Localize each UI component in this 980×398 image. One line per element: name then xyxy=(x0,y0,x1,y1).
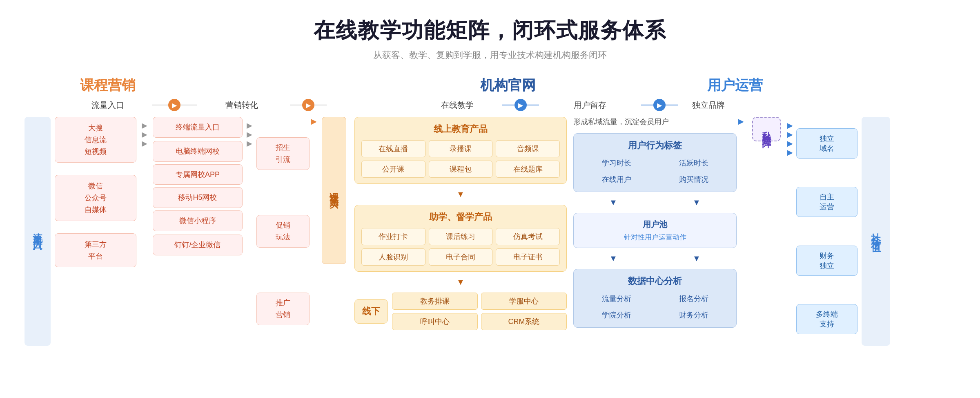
course-buy-box: 课程购买 xyxy=(322,117,346,264)
traffic-group-3: 第三方平台 xyxy=(55,233,136,268)
marketing-group-mid: 电脑终端网校 专属网校APP 移动H5网校 微信小程序 xyxy=(153,141,243,231)
arrow-t3: ▶ xyxy=(140,139,149,148)
assist-cell-4: 电子合同 xyxy=(429,248,493,266)
header: 在线教学功能矩阵，闭环式服务体系 从获客、教学、复购到学服，用专业技术构建机构服… xyxy=(24,16,956,61)
social-value-box: 社会价值 xyxy=(862,117,890,346)
brand-box-0: 独立域名 xyxy=(796,128,858,159)
tag-1: 活跃时长 xyxy=(657,157,731,170)
flow-arrow-2: ▶ xyxy=(302,99,314,111)
brand-box-3: 多终端支持 xyxy=(796,304,858,334)
product-cell-3: 公开课 xyxy=(361,161,425,178)
data-1: 报名分析 xyxy=(657,292,731,305)
data-center-title: 数据中心分析 xyxy=(579,275,731,287)
down-arrows-row2: ▼ ▼ xyxy=(573,253,737,264)
product-cell-1: 录播课 xyxy=(429,140,493,157)
assist-cell-3: 人脸识别 xyxy=(361,248,425,266)
page: 在线教学功能矩阵，闭环式服务体系 从获客、教学、复购到学服，用专业技术构建机构服… xyxy=(0,0,980,398)
assist-box: 助学、督学产品 作业打卡 课后练习 仿真考试 人脸识别 电子合同 电子证书 xyxy=(354,205,567,272)
down-arrow-ret-2: ▼ xyxy=(657,197,737,208)
flow-arrow-1: ▶ xyxy=(168,99,180,111)
marketing-box-4: 移动H5网校 xyxy=(153,187,243,208)
arrow-b2: ▶ xyxy=(786,130,795,139)
product-grid: 在线直播 录播课 音频课 公开课 课程包 在线题库 xyxy=(361,140,560,178)
offline-cell-2: 呼叫中心 xyxy=(392,313,478,330)
data-2: 学院分析 xyxy=(579,309,653,322)
data-center-box: 数据中心分析 流量分析 报名分析 学院分析 财务分析 xyxy=(573,269,737,328)
offline-cell-1: 学服中心 xyxy=(481,293,567,310)
assist-grid: 作业打卡 课后练习 仿真考试 人脸识别 电子合同 电子证书 xyxy=(361,228,560,266)
marketing-box-1: 终端流量入口 xyxy=(153,117,243,138)
traffic-group-2: 微信公众号自媒体 xyxy=(55,175,136,221)
online-product-box: 线上教育产品 在线直播 录播课 音频课 公开课 课程包 在线题库 xyxy=(354,117,567,184)
data-grid: 流量分析 报名分析 学院分析 财务分析 xyxy=(579,292,731,322)
offline-sub: 教务排课 学服中心 呼叫中心 CRM系统 xyxy=(392,293,567,330)
action-box-1: 招生引流 xyxy=(256,137,310,170)
user-pool-title: 用户池 xyxy=(579,219,731,230)
main-content: 流量入口 大搜信息流短视频 微信公众号自媒体 第三方平台 ▶ ▶ ▶ 终端流量入… xyxy=(24,117,956,346)
brand-box-1: 自主运营 xyxy=(796,187,858,217)
arrow-b4: ▶ xyxy=(786,148,795,157)
down-arrow-ret-4: ▼ xyxy=(657,253,737,264)
arrow-t1: ▶ xyxy=(140,121,149,130)
down-arrow-2: ▼ xyxy=(354,277,567,288)
down-arrows-row: ▼ ▼ xyxy=(573,197,737,208)
brand-section: 独立域名 自主运营 财务独立 多终端支持 xyxy=(796,117,858,346)
assist-title: 助学、督学产品 xyxy=(361,211,560,223)
marketing-box-3: 专属网校APP xyxy=(153,164,243,185)
arrow-m3: ▶ xyxy=(245,139,254,148)
page-subtitle: 从获客、教学、复购到学服，用专业技术构建机构服务闭环 xyxy=(24,49,956,61)
cat-website: 机构官网 xyxy=(480,76,536,95)
tag-grid: 学习时长 活跃时长 在线用户 购买情况 xyxy=(579,157,731,186)
marketing-items: 终端流量入口 电脑终端网校 专属网校APP 移动H5网校 微信小程序 钉钉/企业… xyxy=(153,117,243,255)
down-arrow-ret-3: ▼ xyxy=(573,253,653,264)
arrow-a1: ▶ xyxy=(310,117,318,126)
user-tag-box: 用户行为标签 学习时长 活跃时长 在线用户 购买情况 xyxy=(573,133,737,192)
retention-header: 形成私域流量，沉淀会员用户 xyxy=(573,117,737,127)
assist-cell-2: 仿真考试 xyxy=(496,228,560,245)
product-cell-5: 在线题库 xyxy=(496,161,560,178)
cat-marketing: 课程营销 xyxy=(80,76,136,95)
action-box-2: 促销玩法 xyxy=(256,215,310,248)
page-title: 在线教学功能矩阵，闭环式服务体系 xyxy=(24,16,956,45)
flow-label-online: 在线教学 xyxy=(412,100,502,111)
action-items: 招生引流 促销玩法 推广营销 xyxy=(256,117,310,346)
traffic-group-1: 大搜信息流短视频 xyxy=(55,117,136,163)
offline-label: 线下 xyxy=(354,299,388,324)
arrow-m1: ▶ xyxy=(245,121,254,130)
arrow-t2: ▶ xyxy=(140,130,149,139)
traffic-sources: 大搜信息流短视频 微信公众号自媒体 第三方平台 xyxy=(55,117,136,267)
marketing-box-6: 钉钉/企业微信 xyxy=(153,235,243,255)
left-label: 流量入口 xyxy=(24,117,51,346)
data-0: 流量分析 xyxy=(579,292,653,305)
offline-cell-3: CRM系统 xyxy=(481,313,567,330)
assist-cell-1: 课后练习 xyxy=(429,228,493,245)
brand-box-2: 财务独立 xyxy=(796,246,858,276)
arrow-b1: ▶ xyxy=(786,121,795,130)
assist-cell-5: 电子证书 xyxy=(496,248,560,266)
tag-3: 购买情况 xyxy=(657,173,731,186)
cat-user-ops: 用户运营 xyxy=(707,76,763,95)
arrow-m2: ▶ xyxy=(245,130,254,139)
action-box-3: 推广营销 xyxy=(256,293,310,325)
offline-grid: 教务排课 学服中心 呼叫中心 CRM系统 xyxy=(392,293,567,330)
marketing-box-2: 电脑终端网校 xyxy=(153,141,243,162)
down-arrow-ret-1: ▼ xyxy=(573,197,653,208)
online-product-title: 线上教育产品 xyxy=(361,123,560,135)
user-tag-title: 用户行为标签 xyxy=(579,139,731,152)
traffic-box-2: 微信公众号自媒体 xyxy=(55,175,136,221)
product-cell-4: 课程包 xyxy=(429,161,493,178)
online-teaching-section: 线上教育产品 在线直播 录播课 音频课 公开课 课程包 在线题库 ▼ 助学、督学… xyxy=(354,117,567,330)
arrow-b3: ▶ xyxy=(786,139,795,148)
down-arrow-1: ▼ xyxy=(354,189,567,200)
traffic-box-1: 大搜信息流短视频 xyxy=(55,117,136,163)
assist-cell-0: 作业打卡 xyxy=(361,228,425,245)
user-pool-sub: 针对性用户运营动作 xyxy=(579,233,731,242)
arrow-ret: ▶ xyxy=(737,117,746,126)
offline-row: 线下 教务排课 学服中心 呼叫中心 CRM系统 xyxy=(354,293,567,330)
flow-label-conversion: 营销转化 xyxy=(197,100,287,111)
private-domain-box: 私域矩阵 xyxy=(752,117,781,141)
data-3: 财务分析 xyxy=(657,309,731,322)
product-cell-2: 音频课 xyxy=(496,140,560,157)
flow-label-brand: 独立品牌 xyxy=(678,100,739,111)
user-pool-box: 用户池 针对性用户运营动作 xyxy=(573,213,737,248)
